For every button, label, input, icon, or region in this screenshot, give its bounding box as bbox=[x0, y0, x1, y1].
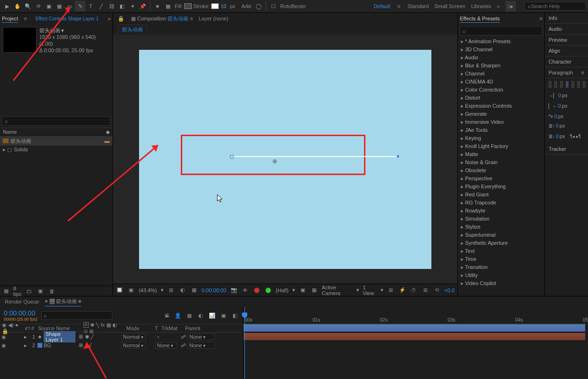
effect-category[interactable]: RG Trapcode bbox=[458, 199, 544, 207]
switch[interactable]: 单 bbox=[78, 342, 84, 349]
layer-tab[interactable]: Layer (none) bbox=[199, 15, 228, 22]
effect-category[interactable]: CINEMA 4D bbox=[458, 78, 544, 86]
col-mode[interactable]: Mode bbox=[124, 325, 153, 331]
timeline-icon[interactable]: ⏱ bbox=[410, 286, 418, 295]
indent-first[interactable]: ▏← 0 px bbox=[549, 103, 568, 109]
bpc-toggle[interactable]: 8 bpc bbox=[13, 287, 22, 296]
effect-category[interactable]: Channel bbox=[458, 70, 544, 78]
col-hash[interactable]: # bbox=[29, 325, 36, 331]
effects-search[interactable] bbox=[460, 26, 542, 36]
effect-category[interactable]: Knoll Light Factory bbox=[458, 142, 544, 150]
lock-icon[interactable]: 🔒 bbox=[117, 14, 125, 23]
fast-preview-icon[interactable]: ⚡ bbox=[399, 286, 406, 295]
blend-mode[interactable]: Normal ▾ bbox=[121, 342, 146, 349]
pickwhip-icon[interactable]: ☍ bbox=[181, 334, 186, 340]
channel-r-icon[interactable]: ⬤ bbox=[253, 286, 261, 295]
roto-tool[interactable]: ✦ bbox=[127, 1, 138, 11]
camera-tool[interactable]: ▣ bbox=[44, 1, 54, 11]
trash-icon[interactable]: 🗑 bbox=[47, 287, 56, 296]
parent-select[interactable]: None ▾ bbox=[187, 333, 215, 340]
effect-category[interactable]: Expression Controls bbox=[458, 102, 544, 110]
effect-category[interactable]: Matte bbox=[458, 150, 544, 158]
layer-row[interactable]: ▸ 2 BG 单 ╱ Normal ▾ None ▾ ☍ None ▾ bbox=[0, 341, 243, 350]
layer-bar[interactable] bbox=[243, 324, 585, 332]
flowchart-icon[interactable]: ⊞ bbox=[421, 286, 429, 295]
channel-g-icon[interactable]: ⬤ bbox=[264, 286, 272, 295]
parent-select[interactable]: None ▾ bbox=[187, 342, 215, 349]
switch[interactable]: 单 bbox=[78, 333, 84, 341]
new-bin-icon[interactable]: 🗀 bbox=[25, 287, 33, 296]
workspace-small[interactable]: Small Screen bbox=[434, 3, 465, 9]
effect-controls-tab[interactable]: Effect Controls Shape Layer 1 bbox=[36, 15, 99, 22]
layer-row[interactable]: ▸ 1 ★Shape Layer 1 单 ✱ ╱ Normal ▾ ▾ ☍ No… bbox=[0, 333, 243, 341]
roi-icon[interactable]: ▣ bbox=[299, 286, 307, 295]
orbit-tool[interactable]: ⟳ bbox=[33, 1, 44, 11]
project-menu-icon[interactable]: ≡ bbox=[24, 15, 27, 22]
effect-category[interactable]: Stylize bbox=[458, 223, 544, 231]
audio-panel[interactable]: Audio bbox=[545, 24, 588, 35]
align-center-button[interactable] bbox=[554, 81, 557, 88]
effect-category[interactable]: Red Giant bbox=[458, 191, 544, 199]
layer-bar[interactable] bbox=[243, 333, 585, 340]
draft-3d-icon[interactable]: ▣ bbox=[219, 311, 228, 320]
shape-path[interactable] bbox=[232, 156, 398, 157]
add-dropdown[interactable]: ◯ bbox=[253, 1, 264, 11]
grid-icon[interactable]: ▣ bbox=[127, 286, 135, 295]
effect-category[interactable]: Utility bbox=[458, 271, 544, 279]
workspace-more[interactable]: » bbox=[497, 3, 500, 9]
effect-category[interactable]: Audio bbox=[458, 54, 544, 62]
justify-last-center-button[interactable] bbox=[571, 81, 574, 88]
composition-viewer[interactable]: ⊕ bbox=[113, 35, 457, 284]
effect-category[interactable]: Color Correction bbox=[458, 86, 544, 94]
effect-category[interactable]: Superluminal bbox=[458, 231, 544, 239]
panel-more[interactable]: » bbox=[108, 16, 111, 21]
blend-mode[interactable]: Normal ▾ bbox=[121, 333, 146, 340]
menu-icon[interactable]: ≡ bbox=[397, 3, 400, 9]
layer-name[interactable]: Shape Layer 1 bbox=[44, 331, 75, 342]
effect-category[interactable]: Plugin Everything bbox=[458, 183, 544, 191]
space-after[interactable]: ≣↓ 0 px bbox=[549, 133, 565, 139]
character-panel[interactable]: Character bbox=[545, 56, 588, 67]
viewer-tc[interactable]: 0:00:00:00 bbox=[202, 287, 226, 293]
clone-tool[interactable]: ⛓ bbox=[106, 1, 117, 11]
zoom-tool[interactable]: 🔍 bbox=[23, 1, 33, 11]
selection-tool[interactable]: ▶ bbox=[2, 1, 12, 11]
tracks[interactable] bbox=[243, 324, 588, 341]
puppet-tool[interactable]: 📌 bbox=[138, 1, 148, 11]
graph-editor-icon[interactable]: 📊 bbox=[208, 311, 216, 320]
project-tab[interactable]: Project bbox=[2, 15, 18, 23]
brush-tool[interactable]: ╱ bbox=[96, 1, 106, 11]
justify-all-button[interactable] bbox=[583, 81, 586, 88]
stroke-swatch[interactable] bbox=[211, 3, 219, 9]
space-before[interactable]: ≣↑ 0 px bbox=[549, 123, 565, 129]
current-time-indicator[interactable] bbox=[244, 307, 245, 379]
view-count[interactable]: 1 View bbox=[363, 285, 377, 296]
rotobezier-checkbox[interactable]: ☐ bbox=[268, 1, 279, 11]
effect-category[interactable]: Simulation bbox=[458, 215, 544, 223]
layer-name[interactable]: BG bbox=[44, 342, 51, 348]
zoom-level[interactable]: (43.4%) bbox=[139, 287, 157, 293]
pixel-aspect-icon[interactable]: ⊞ bbox=[387, 286, 395, 295]
fill-swatch[interactable] bbox=[184, 3, 192, 9]
exposure[interactable]: +0.0 bbox=[444, 287, 455, 293]
effect-category[interactable]: 3D Channel bbox=[458, 46, 544, 54]
time-ruler[interactable]: 00s01s02s03s04s05s bbox=[243, 307, 588, 324]
reset-exposure-icon[interactable]: ⟲ bbox=[433, 286, 440, 295]
new-comp-icon[interactable]: ▣ bbox=[36, 287, 45, 296]
render-queue-tab[interactable]: Render Queue bbox=[5, 298, 39, 305]
eraser-tool[interactable]: ◧ bbox=[117, 1, 127, 11]
effect-category[interactable]: Immersive Video bbox=[458, 118, 544, 126]
comp-thumbnail[interactable] bbox=[3, 27, 37, 53]
effect-category[interactable]: Text bbox=[458, 247, 544, 255]
tracker-panel[interactable]: Tracker bbox=[545, 144, 588, 155]
align-right-button[interactable] bbox=[560, 81, 563, 88]
align-left-button[interactable] bbox=[549, 81, 551, 88]
effect-category[interactable]: Time bbox=[458, 255, 544, 263]
stroke-width[interactable]: 10 bbox=[221, 3, 226, 9]
shy-icon[interactable]: 👤 bbox=[174, 311, 182, 320]
pen-tool[interactable]: ✎ bbox=[75, 1, 85, 11]
col-label-icon[interactable]: ◆ bbox=[106, 129, 110, 135]
effect-category[interactable]: Keying bbox=[458, 134, 544, 142]
label-swatch[interactable]: ▬ bbox=[104, 138, 110, 144]
align-panel[interactable]: Align bbox=[545, 46, 588, 56]
